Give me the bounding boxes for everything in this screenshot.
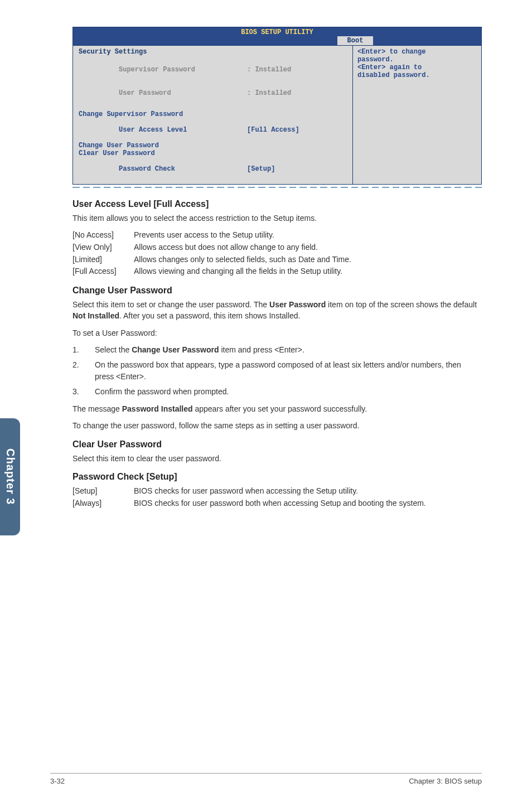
password-check-options: [Setup] BIOS checks for user password wh… <box>72 485 482 509</box>
step-number: 3. <box>72 386 95 398</box>
password-check-heading: Password Check [Setup] <box>72 472 482 482</box>
text: appears after you set your password succ… <box>193 404 367 413</box>
bold-change-user-password: Change User Password <box>132 345 219 354</box>
change-user-password-heading: Change User Password <box>72 286 482 296</box>
supervisor-password-row: Supervisor Password: Installed <box>79 58 347 81</box>
user-password-row: User Password: Installed <box>79 81 347 105</box>
option-key: [Full Access] <box>72 265 134 278</box>
step-number: 2. <box>72 359 95 383</box>
option-key: [View Only] <box>72 241 134 254</box>
bios-left-pane: Security Settings Supervisor Password: I… <box>73 46 353 184</box>
step-text: Confirm the password when prompted. <box>95 386 482 398</box>
text: Select the <box>95 345 132 354</box>
user-password-value: : Installed <box>247 89 291 97</box>
option-val: Allows changes only to selected fields, … <box>134 254 482 266</box>
chapter-side-tab-label: Chapter 3 <box>4 448 17 505</box>
option-limited: [Limited] Allows changes only to selecte… <box>72 254 482 266</box>
step-1: 1. Select the Change User Password item … <box>72 344 482 356</box>
bios-help-line4: disabled password. <box>357 71 477 79</box>
user-access-level-value: [Full Access] <box>247 126 299 134</box>
password-installed-message: The message Password Installed appears a… <box>72 403 482 414</box>
security-settings-heading: Security Settings <box>79 48 347 56</box>
user-access-level-heading: User Access Level [Full Access] <box>72 199 482 209</box>
page-footer: 3-32 Chapter 3: BIOS setup <box>50 773 482 785</box>
option-always: [Always] BIOS checks for user password b… <box>72 497 482 510</box>
bios-tab-row: Boot <box>73 36 481 45</box>
user-access-level-label: User Access Level <box>119 126 247 134</box>
bold-user-password: User Password <box>269 300 326 309</box>
change-user-password-intro: Select this item to set or change the us… <box>72 299 482 322</box>
to-set-user-password-label: To set a User Password: <box>72 327 482 339</box>
clear-user-password-text: Select this item to clear the user passw… <box>72 453 482 464</box>
option-key: [Setup] <box>72 485 134 497</box>
step-3: 3. Confirm the password when prompted. <box>72 386 482 398</box>
bios-help-line3: <Enter> again to <box>357 64 477 71</box>
user-access-level-options: [No Access] Prevents user access to the … <box>72 229 482 278</box>
change-password-note: To change the user password, follow the … <box>72 420 482 431</box>
step-2: 2. On the password box that appears, typ… <box>72 359 482 383</box>
text: item on top of the screen shows the defa… <box>326 300 477 309</box>
tab-boot[interactable]: Boot <box>337 36 374 45</box>
set-password-steps: 1. Select the Change User Password item … <box>72 344 482 398</box>
bios-setup-panel: BIOS SETUP UTILITY Boot Security Setting… <box>72 27 482 185</box>
option-view-only: [View Only] Allows access but does not a… <box>72 241 482 254</box>
text: The message <box>72 404 122 413</box>
bios-title: BIOS SETUP UTILITY <box>73 27 481 36</box>
bios-truncation-indicator <box>72 187 482 189</box>
bios-help-line2: password. <box>357 56 477 64</box>
step-number: 1. <box>72 344 95 356</box>
clear-user-password-heading: Clear User Password <box>72 439 482 450</box>
user-access-level-intro: This item allows you to select the acces… <box>72 212 482 224</box>
text: item and press <Enter>. <box>219 345 304 354</box>
option-key: [Always] <box>72 497 134 510</box>
option-full-access: [Full Access] Allows viewing and changin… <box>72 265 482 278</box>
password-check-item[interactable]: Password Check[Setup] <box>79 157 347 181</box>
option-key: [Limited] <box>72 254 134 266</box>
bios-help-line1: <Enter> to change <box>357 48 477 56</box>
text: . After you set a password, this item sh… <box>119 311 300 320</box>
option-val: Allows access but does not allow change … <box>134 241 482 254</box>
change-supervisor-password-item[interactable]: Change Supervisor Password <box>79 110 347 118</box>
chapter-label: Chapter 3: BIOS setup <box>409 777 482 785</box>
step-text: Select the Change User Password item and… <box>95 344 482 356</box>
clear-user-password-item[interactable]: Clear User Password <box>79 149 347 157</box>
option-key: [No Access] <box>72 229 134 241</box>
page-number: 3-32 <box>50 777 65 785</box>
bios-help-pane: <Enter> to change password. <Enter> agai… <box>353 46 481 184</box>
supervisor-password-label: Supervisor Password <box>119 66 247 74</box>
option-val: Prevents user access to the Setup utilit… <box>134 229 482 241</box>
option-val: Allows viewing and changing all the fiel… <box>134 265 482 278</box>
chapter-side-tab: Chapter 3 <box>0 418 20 535</box>
change-user-password-item[interactable]: Change User Password <box>79 142 347 149</box>
text: Select this item to set or change the us… <box>72 300 269 309</box>
password-check-value: [Setup] <box>247 165 275 173</box>
user-access-level-item[interactable]: User Access Level[Full Access] <box>79 118 347 142</box>
step-text: On the password box that appears, type a… <box>95 359 482 383</box>
option-no-access: [No Access] Prevents user access to the … <box>72 229 482 241</box>
option-val: BIOS checks for user password both when … <box>134 497 482 510</box>
option-val: BIOS checks for user password when acces… <box>134 485 482 497</box>
user-password-label: User Password <box>119 89 247 97</box>
supervisor-password-value: : Installed <box>247 66 291 74</box>
option-setup: [Setup] BIOS checks for user password wh… <box>72 485 482 497</box>
bold-password-installed: Password Installed <box>122 404 193 413</box>
password-check-label: Password Check <box>119 165 247 173</box>
bold-not-installed: Not Installed <box>72 311 119 320</box>
